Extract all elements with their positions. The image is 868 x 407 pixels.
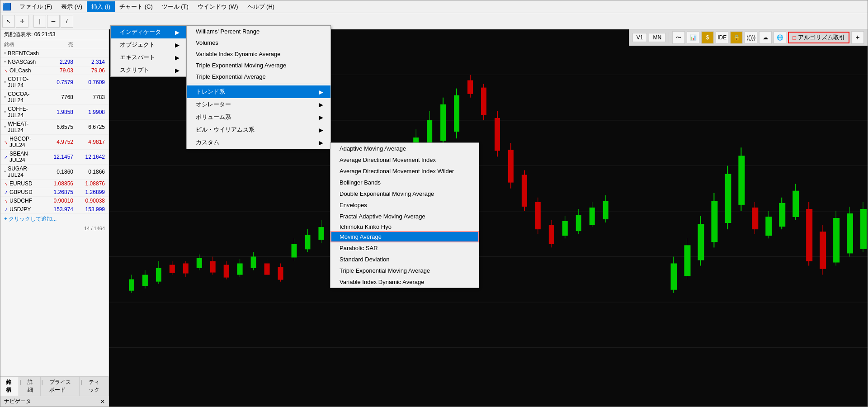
menu-script-item[interactable]: スクリプト ▶ bbox=[111, 64, 187, 76]
add-symbol-btn[interactable]: + クリックして追加... bbox=[0, 214, 108, 224]
symbol-row[interactable]: •SUGAR-JUL240.18600.1866 bbox=[0, 165, 108, 180]
svg-rect-93 bbox=[752, 208, 758, 229]
signal-btn[interactable]: (())) bbox=[745, 31, 757, 44]
svg-rect-27 bbox=[251, 256, 256, 268]
timeframe-v1[interactable]: V1 bbox=[632, 33, 647, 42]
trend-vidya-item[interactable]: Variable Index Dynamic Average bbox=[330, 276, 479, 288]
close-navigator-icon[interactable]: ✕ bbox=[100, 398, 105, 405]
menu-view[interactable]: 表示 (V) bbox=[57, 1, 87, 12]
indicator-tema-item[interactable]: Triple Exponential Moving Average bbox=[187, 60, 330, 71]
symbol-row[interactable]: ↗SBEAN-JUL2412.145712.1642 bbox=[0, 150, 108, 165]
symbol-row[interactable]: •COCOA-JUL2477687783 bbox=[0, 90, 108, 105]
lock-btn[interactable]: 🔒 bbox=[730, 31, 743, 44]
menu-object-item[interactable]: オブジェクト ▶ bbox=[111, 38, 187, 51]
tab-priceboard[interactable]: プライスボード bbox=[44, 377, 80, 396]
green-btn[interactable]: 🌐 bbox=[774, 31, 786, 44]
indicator-custom-item[interactable]: カスタム ▶ bbox=[187, 136, 330, 149]
trend-bollinger-item[interactable]: Bollinger Bands bbox=[330, 177, 479, 188]
trend-dema-item[interactable]: Double Exponential Moving Average bbox=[330, 188, 479, 199]
symbol-row[interactable]: ↗GBPUSD1.268751.26899 bbox=[0, 188, 108, 197]
chart-type-btn[interactable]: 〜 bbox=[672, 31, 685, 44]
vertical-line-tool[interactable]: | bbox=[33, 15, 46, 28]
svg-rect-35 bbox=[305, 235, 310, 249]
menu-tools[interactable]: ツール (T) bbox=[157, 1, 193, 12]
algo-trading-btn[interactable]: □ アルゴリズム取引 bbox=[788, 32, 849, 43]
symbol-ask: 1.08876 bbox=[73, 180, 105, 187]
symbol-name-label: COFFE-JUL24 bbox=[8, 106, 42, 118]
chart-options-btn[interactable]: 📊 bbox=[687, 31, 699, 44]
indicator-volume-item[interactable]: ボリューム系 ▶ bbox=[187, 111, 330, 123]
trend-adaptive-ma-item[interactable]: Adaptive Moving Average bbox=[330, 143, 479, 154]
trend-frama-item[interactable]: Fractal Adaptive Moving Average bbox=[330, 211, 479, 222]
trend-adxw-item[interactable]: Average Directional Movement Index Wilde… bbox=[330, 166, 479, 177]
symbol-row[interactable]: ↗USDJPY153.974153.999 bbox=[0, 205, 108, 214]
horizontal-line-tool[interactable]: ─ bbox=[47, 15, 60, 28]
svg-rect-59 bbox=[467, 80, 473, 94]
trend-envelopes-item[interactable]: Envelopes bbox=[330, 199, 479, 211]
trend-moving-average-item[interactable]: Moving Average bbox=[330, 231, 479, 242]
symbol-name-label: WHEAT-JUL24 bbox=[8, 121, 42, 133]
symbol-bid: 1.26875 bbox=[42, 189, 73, 195]
ide-btn[interactable]: IDE bbox=[716, 31, 728, 44]
add-chart-btn[interactable]: + bbox=[851, 31, 864, 44]
cloud-btn[interactable]: ☁ bbox=[759, 31, 772, 44]
svg-rect-79 bbox=[603, 201, 609, 219]
trend-parabolic-sar-item[interactable]: Parabolic SAR bbox=[330, 242, 479, 254]
svg-rect-17 bbox=[183, 263, 189, 273]
cursor-tool[interactable]: ↖ bbox=[2, 15, 15, 28]
indicator-volumes-item[interactable]: Volumes bbox=[187, 37, 330, 48]
symbol-row[interactable]: •BRENTCash bbox=[0, 49, 108, 58]
timeframe-mn[interactable]: MN bbox=[649, 33, 665, 42]
trend-tema-item[interactable]: Triple Exponential Moving Average bbox=[330, 265, 479, 276]
menu-chart[interactable]: チャート (C) bbox=[115, 1, 157, 12]
indicator-trend-item[interactable]: トレンド系 ▶ bbox=[187, 85, 330, 98]
svg-rect-25 bbox=[237, 263, 243, 274]
symbol-bid: 4.9752 bbox=[42, 139, 73, 145]
indicator-oscillator-item[interactable]: オシレーター ▶ bbox=[187, 98, 330, 111]
trend-ichimoku-item[interactable]: Ichimoku Kinko Hyo bbox=[330, 222, 479, 231]
symbol-row[interactable]: ↘OILCash79.0379.06 bbox=[0, 66, 108, 75]
trend-adx-item[interactable]: Average Directional Movement Index bbox=[330, 154, 479, 166]
symbol-count: 14 / 1464 bbox=[0, 224, 108, 232]
tab-detail[interactable]: 詳細 bbox=[22, 377, 41, 396]
svg-rect-69 bbox=[535, 202, 541, 229]
svg-rect-9 bbox=[129, 279, 134, 291]
trendline-tool[interactable]: / bbox=[61, 15, 73, 28]
symbol-row[interactable]: •COFFE-JUL241.98581.9908 bbox=[0, 105, 108, 120]
symbol-row[interactable]: ↘USDCHF0.900100.90038 bbox=[0, 197, 108, 205]
symbol-row[interactable]: ↘HGCOP-JUL244.97524.9817 bbox=[0, 135, 108, 150]
menu-insert[interactable]: 挿入 (I) bbox=[87, 1, 115, 12]
crosshair-tool[interactable]: ✛ bbox=[16, 15, 28, 28]
menu-expert-item[interactable]: エキスパート ▶ bbox=[111, 51, 187, 64]
dollar-btn[interactable]: $ bbox=[701, 31, 714, 44]
indicator-bill-williams-item[interactable]: ビル・ウイリアムス系 ▶ bbox=[187, 123, 330, 136]
tab-symbol[interactable]: 銘柄 bbox=[0, 377, 19, 396]
svg-rect-19 bbox=[197, 258, 202, 268]
symbol-row[interactable]: ↘EURUSD1.088561.08876 bbox=[0, 180, 108, 188]
tab-tick[interactable]: ティック bbox=[83, 377, 108, 396]
svg-rect-33 bbox=[292, 244, 297, 257]
symbol-bid: 79.03 bbox=[42, 67, 73, 74]
symbol-list: •BRENTCash•NGASCash2.2982.314↘OILCash79.… bbox=[0, 49, 108, 214]
symbol-bid: 0.7579 bbox=[42, 79, 73, 85]
symbol-ask: 1.26899 bbox=[73, 189, 105, 195]
svg-rect-23 bbox=[224, 265, 229, 277]
indicator-williams-item[interactable]: Williams' Percent Range bbox=[187, 26, 330, 37]
menu-file[interactable]: ファイル (F) bbox=[15, 1, 57, 12]
indicator-vidya-item[interactable]: Variable Index Dynamic Average bbox=[187, 48, 330, 60]
svg-rect-107 bbox=[847, 213, 853, 253]
symbol-row[interactable]: •WHEAT-JUL246.65756.6725 bbox=[0, 120, 108, 135]
symbol-name-label: COCOA-JUL24 bbox=[8, 91, 42, 104]
menu-help[interactable]: ヘルプ (H) bbox=[243, 1, 279, 12]
svg-rect-11 bbox=[142, 275, 148, 286]
menu-indicator-item[interactable]: インディケータ ▶ bbox=[111, 26, 187, 38]
symbol-name-label: GBPUSD bbox=[9, 189, 33, 195]
symbol-row[interactable]: •NGASCash2.2982.314 bbox=[0, 58, 108, 66]
symbol-row[interactable]: •COTTO-JUL240.75790.7609 bbox=[0, 75, 108, 90]
svg-rect-61 bbox=[481, 88, 486, 115]
indicator-trix-item[interactable]: Triple Exponential Average bbox=[187, 71, 330, 82]
svg-rect-91 bbox=[738, 156, 745, 205]
symbol-name-label: COTTO-JUL24 bbox=[8, 76, 42, 89]
trend-stddev-item[interactable]: Standard Deviation bbox=[330, 254, 479, 265]
menu-window[interactable]: ウインドウ (W) bbox=[193, 1, 243, 12]
